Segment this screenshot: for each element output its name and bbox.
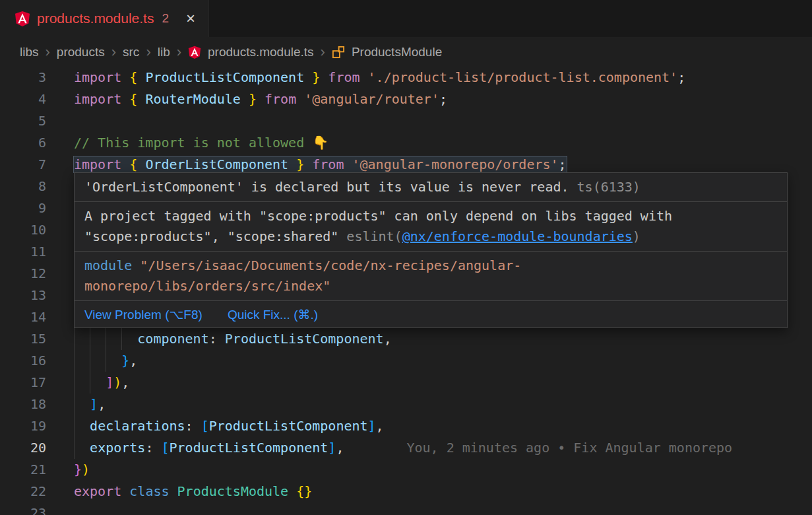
code-token: } bbox=[296, 156, 304, 172]
code-token: ; bbox=[559, 156, 567, 172]
breadcrumb-item-lib[interactable]: lib bbox=[158, 45, 170, 59]
code-token: } bbox=[121, 353, 129, 368]
code-token: : bbox=[209, 331, 225, 347]
code-line[interactable]: 19 declarations: [ProductListComponent], bbox=[0, 415, 812, 437]
code-token bbox=[296, 91, 304, 107]
hover-line: monorepo/libs/orders/src/index" bbox=[84, 276, 777, 296]
indentation bbox=[74, 418, 90, 434]
indent-guide bbox=[90, 328, 90, 350]
line-number[interactable]: 3 bbox=[0, 67, 74, 88]
code-line[interactable]: 17 ]), bbox=[0, 372, 812, 394]
code-line[interactable]: 21}) bbox=[0, 459, 812, 481]
code-token: ; bbox=[677, 69, 685, 85]
code-token: {} bbox=[296, 483, 312, 499]
code-token: } bbox=[74, 462, 82, 477]
code-token: } bbox=[249, 91, 257, 107]
line-number[interactable]: 20 bbox=[0, 437, 74, 459]
code-line[interactable]: 4import { RouterModule } from '@angular/… bbox=[0, 88, 812, 110]
code-token: { bbox=[129, 91, 137, 107]
hover-text: monorepo/libs/orders/src/index" bbox=[84, 278, 330, 294]
line-number[interactable]: 6 bbox=[0, 132, 74, 154]
code-line[interactable]: 16 }, bbox=[0, 350, 812, 372]
tab-products-module[interactable]: products.module.ts 2 × bbox=[0, 0, 209, 37]
indent-guide bbox=[74, 350, 75, 372]
code-token bbox=[288, 483, 296, 499]
indent-guide bbox=[121, 328, 122, 350]
line-number[interactable]: 4 bbox=[0, 88, 74, 110]
line-number[interactable]: 16 bbox=[0, 350, 74, 372]
close-icon[interactable]: × bbox=[186, 11, 195, 26]
code-token: ] bbox=[328, 440, 336, 456]
line-number[interactable]: 23 bbox=[0, 502, 74, 515]
line-number[interactable]: 13 bbox=[0, 285, 74, 306]
code-line[interactable]: 6// This import is not allowed 👇 bbox=[0, 132, 812, 154]
code-token: from bbox=[265, 91, 296, 107]
line-content: }, bbox=[74, 350, 812, 372]
line-content: import { ProductListComponent } from './… bbox=[74, 67, 812, 88]
line-number[interactable]: 12 bbox=[0, 263, 74, 285]
line-number[interactable]: 14 bbox=[0, 306, 74, 328]
chevron-right-icon: › bbox=[46, 45, 50, 59]
line-number[interactable]: 7 bbox=[0, 154, 74, 176]
code-token bbox=[121, 69, 129, 85]
code-token: RouterModule bbox=[137, 91, 249, 107]
code-token: ProductListComponent bbox=[137, 69, 312, 85]
code-line[interactable]: 20 exports: [ProductListComponent],You, … bbox=[0, 437, 812, 459]
code-line[interactable]: 23 bbox=[0, 502, 812, 515]
hover-section-ts-diagnostic: 'OrderListComponent' is declared but its… bbox=[75, 173, 787, 202]
line-number[interactable]: 22 bbox=[0, 481, 74, 502]
breadcrumb-item-src[interactable]: src bbox=[123, 45, 139, 59]
diagnostic-range: import { OrderListComponent } from '@ang… bbox=[74, 156, 567, 172]
hover-sections: 'OrderListComponent' is declared but its… bbox=[75, 173, 787, 301]
line-number[interactable]: 11 bbox=[0, 241, 74, 263]
view-problem-action[interactable]: View Problem (⌥F8) bbox=[84, 307, 203, 322]
code-token: ProductListComponent bbox=[170, 440, 328, 456]
indent-guide bbox=[74, 328, 75, 350]
breadcrumb-item-libs[interactable]: libs bbox=[20, 45, 39, 59]
line-number[interactable]: 8 bbox=[0, 176, 74, 197]
breadcrumb-item-symbol[interactable]: ProductsModule bbox=[352, 45, 442, 59]
code-token: OrderListComponent bbox=[137, 156, 296, 172]
code-line[interactable]: 5 bbox=[0, 110, 812, 132]
quick-fix-action[interactable]: Quick Fix... (⌘.) bbox=[228, 307, 318, 322]
code-line[interactable]: 15 component: ProductListComponent, bbox=[0, 328, 812, 350]
code-token: : bbox=[145, 440, 161, 456]
code-editor[interactable]: 3import { ProductListComponent } from '.… bbox=[0, 67, 812, 515]
breadcrumb-item-file[interactable]: products.module.ts bbox=[208, 45, 314, 59]
code-line[interactable]: 22export class ProductsModule {} bbox=[0, 481, 812, 502]
code-token: ] bbox=[368, 418, 376, 434]
angular-file-icon bbox=[15, 11, 30, 26]
line-number[interactable]: 21 bbox=[0, 459, 74, 481]
line-number[interactable]: 10 bbox=[0, 219, 74, 241]
code-token: , bbox=[98, 396, 106, 412]
chevron-right-icon: › bbox=[321, 45, 325, 59]
code-token: ; bbox=[439, 91, 447, 107]
line-number[interactable]: 15 bbox=[0, 328, 74, 350]
indent-guide bbox=[90, 372, 90, 394]
code-token bbox=[121, 483, 129, 499]
code-token: ProductListComponent bbox=[225, 331, 384, 347]
code-line[interactable]: 3import { ProductListComponent } from '.… bbox=[0, 67, 812, 88]
tab-problems-count: 2 bbox=[162, 11, 169, 26]
line-number[interactable]: 9 bbox=[0, 197, 74, 219]
line-number[interactable]: 17 bbox=[0, 372, 74, 394]
indentation bbox=[74, 396, 90, 412]
code-token: , bbox=[336, 440, 344, 456]
code-token: ProductListComponent bbox=[209, 418, 368, 434]
breadcrumb-item-products[interactable]: products bbox=[57, 45, 105, 59]
code-token: } bbox=[312, 69, 320, 85]
line-content: ]), bbox=[74, 372, 812, 394]
code-token bbox=[257, 91, 265, 107]
line-number[interactable]: 18 bbox=[0, 394, 74, 415]
code-line[interactable]: 18 ], bbox=[0, 394, 812, 415]
eslint-rule-link[interactable]: @nx/enforce-module-boundaries bbox=[402, 228, 633, 244]
line-number[interactable]: 19 bbox=[0, 415, 74, 437]
code-token: import bbox=[74, 69, 121, 85]
code-token bbox=[360, 69, 368, 85]
hover-text: 'OrderListComponent' is declared but its… bbox=[84, 179, 569, 195]
line-number[interactable]: 5 bbox=[0, 110, 74, 132]
code-token: [ bbox=[201, 418, 209, 434]
code-token: , bbox=[129, 353, 137, 368]
code-token: ) bbox=[113, 374, 121, 390]
indent-guide bbox=[74, 415, 75, 437]
